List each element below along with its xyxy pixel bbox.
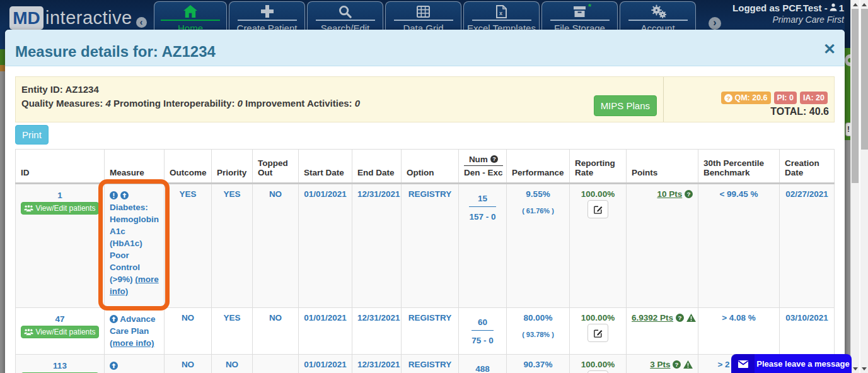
creation-date-cell: 02/27/2021 bbox=[780, 184, 835, 308]
pi-score-badge[interactable]: PI: 0 bbox=[774, 92, 797, 104]
topped-out-cell: NO bbox=[253, 308, 299, 355]
modal-title: Measure details for: AZ1234 bbox=[15, 43, 216, 61]
hidden-warning-chip: ! bbox=[845, 122, 850, 136]
option-cell: REGISTRY bbox=[402, 308, 459, 355]
num-den-cell: 15157 - 0 bbox=[459, 184, 507, 308]
table-header-row: ID Measure Outcome Priority Topped Out S… bbox=[16, 150, 835, 184]
backdrop-left-alert-sliver bbox=[0, 49, 5, 65]
measure-name-link[interactable] bbox=[110, 361, 118, 370]
measure-cell: Diabetes: Hemoglobin A1c (HbA1c) Poor Co… bbox=[105, 184, 165, 308]
logo[interactable]: MD interactive ‹ bbox=[9, 6, 147, 30]
backdrop-left-warning-sliver bbox=[0, 65, 5, 71]
measure-name-link[interactable]: Diabetes: Hemoglobin A1c (HbA1c) Poor Co… bbox=[110, 191, 159, 296]
points-cell: 3 Pts ? bbox=[627, 355, 698, 373]
svg-text:?: ? bbox=[687, 191, 691, 198]
home-icon bbox=[183, 4, 197, 19]
measure-row-3: 113 View/Edit patients NO NO 01/0 bbox=[16, 355, 835, 373]
scroll-up-arrow-icon[interactable] bbox=[851, 0, 859, 9]
more-info-link[interactable]: (more info) bbox=[110, 338, 154, 348]
option-cell: REGISTRY bbox=[402, 355, 459, 373]
col-header-id: ID bbox=[16, 150, 105, 184]
measure-row-2: 47 View/Edit patients Advance Care Plan … bbox=[16, 308, 835, 355]
edit-rate-button[interactable] bbox=[587, 370, 608, 373]
numerator[interactable]: 15 bbox=[469, 194, 495, 207]
col-header-num-den: Num ? Den - Exc bbox=[459, 150, 507, 184]
page-scrollbar-thumb[interactable] bbox=[861, 9, 868, 150]
help-icon: ? bbox=[673, 360, 681, 369]
logged-as-text: Logged as PCF.Test - 1 bbox=[732, 3, 844, 13]
backdrop-right-navbar-sliver bbox=[845, 0, 850, 48]
edit-rate-button[interactable] bbox=[587, 200, 608, 218]
scroll-up-arrow-icon[interactable] bbox=[860, 0, 868, 9]
envelope-icon bbox=[731, 354, 755, 373]
users-icon bbox=[24, 204, 33, 212]
measure-id[interactable]: 113 bbox=[21, 361, 99, 370]
score-badges: ? QM: 20.6 PI: 0 IA: 20 bbox=[669, 92, 829, 104]
print-button[interactable]: Print bbox=[15, 125, 49, 145]
tab-divider bbox=[238, 20, 297, 21]
sidebar-collapse-button[interactable]: ‹ bbox=[136, 17, 147, 28]
col-header-creation-date: Creation Date bbox=[780, 150, 835, 184]
reporting-rate-cell: 100.00% bbox=[570, 184, 627, 308]
svg-text:?: ? bbox=[727, 94, 731, 101]
view-edit-patients-button[interactable]: View/Edit patients bbox=[21, 326, 98, 338]
ia-score-label: IA: 20 bbox=[803, 93, 825, 102]
end-date-cell: 12/31/2021 bbox=[352, 184, 402, 308]
points-link[interactable]: 3 Pts bbox=[650, 360, 670, 369]
entity-id-line: Entity ID: AZ1234 bbox=[21, 83, 360, 97]
plus-icon bbox=[261, 4, 274, 19]
points-with-icons: 3 Pts ? bbox=[650, 360, 693, 369]
view-edit-patients-button[interactable]: View/Edit patients bbox=[21, 202, 98, 215]
performance-cell: 90.37% bbox=[507, 355, 570, 373]
chat-widget[interactable]: Please leave a message bbox=[731, 354, 852, 373]
svg-text:?: ? bbox=[492, 156, 496, 162]
qm-score-label: QM: 20.6 bbox=[734, 93, 767, 102]
measure-id[interactable]: 1 bbox=[21, 191, 99, 200]
performance-value: 9.55% bbox=[512, 189, 564, 199]
outcome-cell: NO bbox=[165, 355, 212, 373]
modal-body: Entity ID: AZ1234 Quality Measures: 4 Pr… bbox=[5, 66, 845, 373]
help-icon: ? bbox=[724, 94, 732, 102]
scroll-down-arrow-icon[interactable] bbox=[851, 364, 859, 373]
num-den-fraction: 15157 - 0 bbox=[469, 194, 495, 222]
denominator[interactable]: 157 - 0 bbox=[469, 207, 495, 222]
points-link[interactable]: 6.9392 Pts bbox=[632, 313, 673, 323]
exclamation-circle-icon bbox=[110, 191, 118, 199]
points-link[interactable]: 10 Pts bbox=[657, 189, 682, 199]
logo-text: interactive bbox=[45, 8, 132, 28]
col-header-reporting-rate: Reporting Rate bbox=[570, 150, 627, 184]
modal-scrollbar-thumb[interactable] bbox=[852, 9, 859, 183]
svg-text:?: ? bbox=[678, 314, 681, 321]
close-icon[interactable]: ✕ bbox=[823, 40, 836, 58]
view-edit-patients-label: View/Edit patients bbox=[35, 204, 95, 213]
reporting-rate-value: 100.00% bbox=[581, 189, 615, 199]
user-info[interactable]: Logged as PCF.Test - 1 Primary Care Firs… bbox=[732, 3, 844, 25]
measure-name-link[interactable]: Advance Care Plan (more info) bbox=[110, 314, 156, 348]
ia-score-badge[interactable]: IA: 20 bbox=[800, 92, 828, 104]
page-scrollbar[interactable] bbox=[859, 0, 868, 373]
numerator[interactable]: 488 bbox=[469, 364, 496, 373]
nav-expand-button[interactable]: › bbox=[709, 17, 721, 30]
arrow-up-circle-icon bbox=[120, 191, 129, 199]
num-den-header-fraction: Num ? Den - Exc bbox=[464, 155, 503, 177]
qm-value: 4 bbox=[105, 98, 110, 109]
performance-sub-value: ( 61.76% ) bbox=[512, 207, 564, 215]
mips-plans-button[interactable]: MIPS Plans bbox=[594, 95, 657, 116]
performance-sub-value: ( 93.78% ) bbox=[512, 331, 564, 338]
total-score: TOTAL: 40.6 bbox=[669, 106, 829, 117]
tab-divider bbox=[472, 20, 531, 21]
entity-stats-line: Quality Measures: 4 Promoting Interopera… bbox=[21, 97, 360, 110]
reporting-rate-value: 100.00% bbox=[581, 360, 615, 369]
qm-score-badge[interactable]: ? QM: 20.6 bbox=[721, 92, 770, 104]
modal-scrollbar[interactable] bbox=[850, 0, 859, 373]
denominator[interactable]: 75 - 0 bbox=[472, 331, 494, 345]
measure-id[interactable]: 47 bbox=[21, 314, 99, 324]
outcome-cell: YES bbox=[165, 184, 212, 308]
col-header-benchmark: 30th Percentile Benchmark bbox=[698, 150, 780, 184]
edit-rate-button[interactable] bbox=[587, 324, 608, 342]
numerator[interactable]: 60 bbox=[472, 317, 494, 331]
scroll-down-arrow-icon[interactable] bbox=[860, 364, 868, 373]
grid-icon bbox=[417, 4, 430, 19]
num-den-fraction: 6075 - 0 bbox=[472, 317, 494, 345]
col-header-measure: Measure bbox=[105, 150, 165, 184]
